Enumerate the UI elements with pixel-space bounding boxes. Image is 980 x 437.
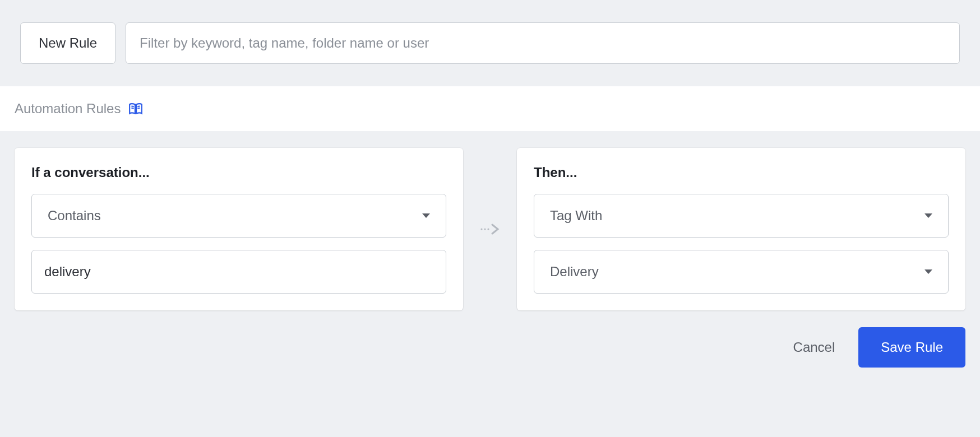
action-value-select[interactable]: Delivery [534,250,949,294]
rule-builder: If a conversation... Contains Then... Ta… [0,131,980,310]
condition-title: If a conversation... [31,165,446,180]
svg-line-3 [138,108,140,109]
svg-line-1 [132,108,134,109]
top-bar: New Rule [0,0,980,86]
action-operator-label: Tag With [550,208,602,224]
book-icon[interactable] [128,103,143,115]
arrow-connector [480,222,500,236]
action-operator-select[interactable]: Tag With [534,194,949,238]
section-title: Automation Rules [15,101,121,117]
save-rule-button[interactable]: Save Rule [858,327,965,368]
chevron-down-icon [924,213,932,218]
svg-line-2 [138,106,140,106]
condition-value-input[interactable] [31,250,446,294]
svg-line-0 [132,106,134,106]
svg-point-5 [484,228,486,230]
action-value-label: Delivery [550,264,599,280]
footer-actions: Cancel Save Rule [0,310,980,368]
svg-point-6 [487,228,489,230]
cancel-button[interactable]: Cancel [793,340,835,355]
condition-operator-label: Contains [48,208,101,224]
chevron-down-icon [924,269,932,274]
chevron-down-icon [422,213,430,218]
action-title: Then... [534,165,949,180]
new-rule-button[interactable]: New Rule [20,22,115,64]
condition-operator-select[interactable]: Contains [31,194,446,238]
condition-card: If a conversation... Contains [15,148,463,310]
svg-point-4 [480,228,482,230]
filter-input[interactable] [126,22,960,64]
section-header: Automation Rules [0,86,980,131]
action-card: Then... Tag With Delivery [517,148,965,310]
